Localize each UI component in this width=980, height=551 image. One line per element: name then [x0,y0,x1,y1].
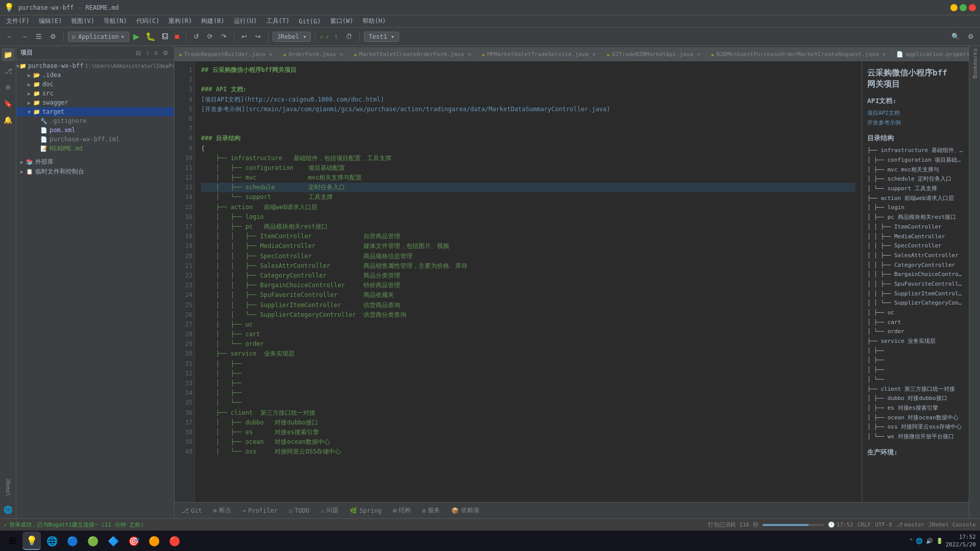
tree-doc[interactable]: ▶ 📁 doc [16,80,174,89]
git-history-button[interactable]: ⏱ [342,31,355,42]
tab-close-3[interactable]: × [466,51,473,58]
bottom-tab-spring[interactable]: 🌿 Spring [345,506,386,516]
taskbar-app7[interactable]: 🔴 [165,532,184,550]
bookmark-panel-icon[interactable]: 🔖 [2,97,15,110]
bottom-tab-dependencies[interactable]: 📦 依赖项 [446,505,484,516]
taskbar-chrome[interactable]: 🔵 [63,532,82,550]
tab-close-4[interactable]: × [591,51,598,58]
bottom-tab-git[interactable]: ⎇ Git [177,506,207,516]
right-api-link2[interactable]: 开发参考示例 [867,118,964,128]
line-numbers: 12345 678910 1112131415 1617181920 21222… [175,61,195,502]
jrebel-dropdown[interactable]: JRebel ▾ [273,32,311,42]
tab-b2b-mkt[interactable]: ☕ B2BMktGuestPurchaseOrderMarketCreateRe… [707,47,893,61]
bottom-tab-problems[interactable]: ⚠ 问题 [315,505,344,516]
bottom-tab-services[interactable]: ⚙ 服务 [417,505,445,516]
tab-label-1: TradeRequestBuilder.java [184,51,265,58]
tree-iml[interactable]: 📄 purchase-wx-bff.iml [16,135,174,144]
step-button[interactable]: ↷ [218,31,230,42]
taskbar-edge[interactable]: 🌐 [43,532,61,550]
close-button[interactable] [969,4,976,11]
tree-readme[interactable]: 📝 README.md [16,144,174,153]
tree-swagger[interactable]: ▶ 📁 swagger [16,98,174,107]
taskbar-app4[interactable]: 🔷 [104,532,122,550]
build-button[interactable]: ⚙ [47,31,59,42]
tab-close-6[interactable]: × [880,51,888,58]
recent-files-button[interactable]: ☰ [33,31,45,42]
tab-order-form[interactable]: ☕ OrderForm.java × [279,47,350,61]
tab-market-valet[interactable]: ☕ MarketValetCreateOrderForm.java × [350,47,478,61]
tab-close-5[interactable]: × [695,51,702,58]
menu-git[interactable]: Git(G) [295,17,325,26]
back-button[interactable]: ← [3,31,16,42]
tab-close-1[interactable]: × [267,51,275,58]
commit-panel-icon[interactable]: ⎇ [2,64,15,78]
filter-button[interactable]: ≡ [153,49,159,57]
update-button[interactable]: ⟳ [204,31,216,42]
project-panel-icon[interactable]: 📁 [2,48,15,61]
stop-button[interactable]: ■ [173,31,182,42]
menu-help[interactable]: 帮助(H) [358,16,390,27]
jrebel-side-icon[interactable]: JRebel [2,474,15,500]
menu-build[interactable]: 构建(B) [197,16,229,27]
coverage-button[interactable]: ⛾ [160,32,170,41]
menu-refactor[interactable]: 重构(R) [164,16,196,27]
app-config-dropdown[interactable]: ▷ Application ▾ [68,32,129,42]
tab-java-icon-1: ☕ [179,51,182,58]
menu-file[interactable]: 文件(F) [2,16,34,27]
debug-button[interactable]: 🐛 [143,31,158,42]
menu-run[interactable]: 运行(U) [230,16,261,27]
bottom-tab-profiler[interactable]: ⌁ Profiler [237,506,283,516]
tree-pom[interactable]: 📄 pom.xml [16,126,174,135]
reload-button[interactable]: ↺ [190,31,202,42]
idea-arrow-icon: ▶ [26,72,33,78]
tree-src[interactable]: ▶ 📁 src [16,89,174,98]
tree-idea[interactable]: ▶ 📂 .idea [16,70,174,80]
settings-button[interactable]: ⚙ [965,31,977,42]
tree-scratches[interactable]: ▶ 📋 临时文件和控制台 [16,167,174,177]
tree-root[interactable]: ▼ 📁 purchase-wx-bff C:\Users\Administrat… [16,61,174,70]
menu-tools[interactable]: 工具(T) [262,16,294,27]
tab-app-props[interactable]: 📄 application.properties × [892,47,969,61]
test-dropdown[interactable]: Test1 ▾ [364,32,399,42]
windows-start-button[interactable]: ⊞ [4,533,20,549]
bookmarks-right-icon[interactable]: Bookmarks [970,48,979,79]
notification-panel-icon[interactable]: 🔔 [2,113,15,127]
right-api-link1[interactable]: 项目API文档 [867,109,964,118]
minimize-button[interactable] [950,4,958,11]
taskbar-intellij[interactable]: 💡 [22,532,41,550]
tab-close-2[interactable]: × [338,51,345,58]
target-arrow-icon: ▼ [26,109,33,115]
code-line-10: ├── infrastructure 基础组件，包括项目配置、工具支撑 [201,154,855,163]
bottom-tab-breakpoints[interactable]: ⊗ 断点 [208,505,236,516]
taskbar-app3[interactable]: 🟢 [84,532,102,550]
forward-button[interactable]: → [18,31,31,42]
git-push-button[interactable]: ↑ [331,31,341,42]
tree-gitignore[interactable]: 🔧 .gitignore [16,116,174,126]
tab-d2trade[interactable]: ☕ D2TradeB2BMarketApi.java × [602,47,707,61]
sort-button[interactable]: ↕ [144,49,151,57]
redo-button[interactable]: ↪ [252,31,264,42]
maximize-button[interactable] [960,4,967,11]
taskbar-app5[interactable]: 🎯 [125,532,143,550]
bottom-tab-structure[interactable]: ⊞ 结构 [388,505,416,516]
menu-window[interactable]: 窗口(W) [326,16,358,27]
run-button[interactable]: ▶ [131,31,141,42]
tab-trade-request-builder[interactable]: ☕ TradeRequestBuilder.java × [175,47,279,61]
undo-button[interactable]: ↩ [238,31,250,42]
collapse-all-button[interactable]: ⊟ [134,49,142,57]
bottom-tab-todo[interactable]: ☑ TODO [284,506,314,516]
tree-target[interactable]: ▼ 📁 target [16,107,174,116]
menu-edit[interactable]: 编辑(E) [35,16,66,27]
menu-code[interactable]: 代码(C) [132,16,164,27]
menu-view[interactable]: 视图(V) [67,16,99,27]
gear-icon[interactable]: ⚙ [161,49,170,57]
structure-panel-icon[interactable]: ⊞ [2,81,15,94]
tab-mp-market[interactable]: ☕ MPMarketValetTradeService.java × [478,47,602,61]
search-everywhere-button[interactable]: 🔍 [948,31,963,42]
taskbar-app6[interactable]: 🟠 [145,532,163,550]
tree-external-libs[interactable]: ▶ 📚 外部库 [16,157,174,167]
spring-icon: 🌿 [350,507,357,514]
code-area[interactable]: ## 云采购微信小程序bff网关项目 ### API 文档: [项目API文档]… [195,61,862,502]
web-panel-icon[interactable]: 🌐 [2,503,15,516]
menu-navigate[interactable]: 导航(N) [100,16,131,27]
